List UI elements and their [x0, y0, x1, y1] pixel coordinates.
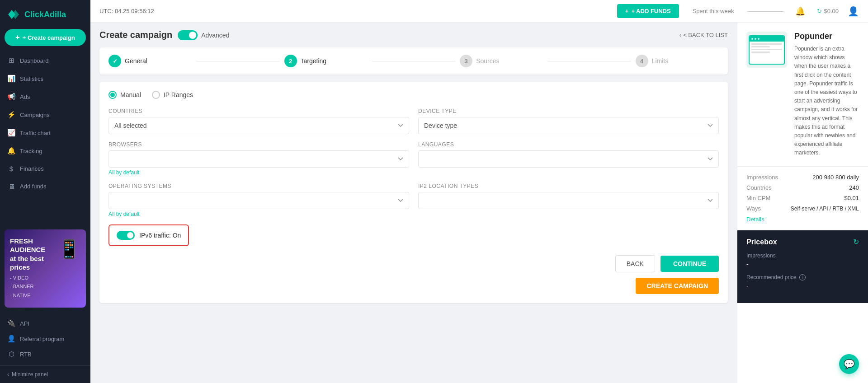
user-icon[interactable]: 👤 [848, 6, 859, 17]
os-ip2-row: Operating systems All by default IP2 loc… [108, 183, 719, 217]
refresh-icon: ↻ [817, 8, 822, 14]
languages-select[interactable] [418, 150, 719, 168]
manual-radio[interactable]: Manual [108, 91, 141, 99]
sidebar-item-add-funds[interactable]: 🖥 Add funds [0, 177, 90, 195]
sidebar-item-dashboard[interactable]: ⊞ Dashboard [0, 51, 90, 70]
sidebar-item-api[interactable]: 🔌 API [7, 316, 83, 331]
form-header: Create campaign Advanced ‹ < BACK TO LIS… [99, 30, 728, 40]
continue-button[interactable]: CONTINUE [660, 256, 719, 272]
stat-impressions: Impressions 200 940 800 daily [746, 174, 859, 181]
sidebar-item-finances[interactable]: $ Finances [0, 160, 90, 177]
pricebox-refresh-icon[interactable]: ↻ [853, 238, 859, 246]
browser-bar [750, 36, 784, 42]
advanced-toggle[interactable]: Advanced [178, 30, 229, 40]
popunder-info: Popunder Popunder is an extra window whi… [794, 32, 859, 157]
sidebar-item-traffic-chart[interactable]: 📈 Traffic chart [0, 124, 90, 142]
os-select[interactable] [108, 192, 409, 209]
step-targeting: 2 Targeting [284, 55, 368, 67]
languages-label: Languages [418, 141, 719, 148]
notification-bell-icon[interactable]: 🔔 [795, 6, 805, 16]
balance-display: ↻ $0.00 [817, 8, 839, 14]
create-campaign-button[interactable]: + + Create campaign [5, 29, 86, 46]
manual-radio-circle [108, 91, 117, 99]
page-title: Create campaign [99, 30, 172, 40]
chevron-left-icon: ‹ [7, 371, 9, 378]
plus-icon: + [625, 8, 629, 14]
chat-icon: 💬 [844, 359, 855, 369]
details-link[interactable]: Details [746, 216, 764, 223]
form-title-row: Create campaign Advanced [99, 30, 229, 40]
sidebar-item-campaigns[interactable]: ⚡ Campaigns [0, 106, 90, 124]
browsers-languages-row: Browsers All by default Languages [108, 141, 719, 176]
browsers-hint: All by default [108, 169, 409, 176]
ipv6-toggle[interactable] [117, 231, 135, 240]
pricebox-title: Pricebox [746, 238, 777, 246]
sidebar-item-rtb[interactable]: ⬡ RTB [7, 346, 83, 362]
pricebox: Pricebox ↻ Impressions - Recommended pri… [737, 230, 868, 303]
pricebox-impressions-label: Impressions [746, 252, 859, 259]
device-type-group: Device type Device type [418, 108, 719, 134]
content-area: Create campaign Advanced ‹ < BACK TO LIS… [90, 23, 868, 383]
header: UTC: 04.25 09:56:12 + + ADD FUNDS Spent … [90, 0, 868, 23]
step-general: ✓ General [108, 55, 192, 67]
browsers-select[interactable] [108, 150, 409, 168]
ad-banner: FRESH AUDIENCE at the best prices - VIDE… [5, 229, 86, 308]
stat-min-cpm: Min CPM $0.01 [746, 195, 859, 201]
chevron-left-icon: ‹ [679, 32, 681, 38]
countries-group: Countries All selected [108, 108, 409, 134]
step-line-1 [196, 61, 279, 61]
add-funds-button[interactable]: + + ADD FUNDS [617, 4, 679, 18]
countries-select[interactable]: All selected [108, 117, 409, 134]
pricebox-impressions-value: - [746, 261, 859, 268]
sidebar-item-statistics[interactable]: 📊 Statistics [0, 70, 90, 88]
browsers-group: Browsers All by default [108, 141, 409, 176]
minimize-panel-button[interactable]: ‹ Minimize panel [0, 365, 90, 383]
banner-tags: - VIDEO- BANNER- NATIVE [10, 274, 58, 300]
rtb-icon: ⬡ [7, 350, 15, 358]
traffic-chart-icon: 📈 [7, 129, 15, 137]
back-to-list-link[interactable]: ‹ < BACK TO LIST [679, 32, 728, 38]
steps-bar: ✓ General 2 Targeting 3 Sources 4 Limits [99, 47, 728, 75]
back-button[interactable]: BACK [615, 255, 655, 272]
step-sources-label: Sources [476, 57, 499, 65]
right-panel: Popunder Popunder is an extra window whi… [737, 23, 868, 383]
step-line-3 [547, 61, 631, 61]
browser-mockup [749, 35, 785, 65]
os-group: Operating systems All by default [108, 183, 409, 217]
spent-label: Spent this week [693, 8, 734, 14]
main-area: UTC: 04.25 09:56:12 + + ADD FUNDS Spent … [90, 0, 868, 383]
browsers-label: Browsers [108, 141, 409, 148]
create-campaign-submit-button[interactable]: CREATE CAMPAIGN [636, 278, 719, 294]
ipv6-text: IPv6 traffic: On [139, 232, 181, 239]
step-line-2 [372, 61, 455, 61]
sidebar-item-referral[interactable]: 👤 Referral program [7, 331, 83, 346]
manual-label: Manual [120, 91, 141, 98]
countries-label: Countries [108, 108, 409, 114]
advanced-switch[interactable] [178, 30, 198, 40]
referral-icon: 👤 [7, 335, 15, 343]
languages-group: Languages [418, 141, 719, 176]
dashboard-icon: ⊞ [7, 56, 15, 65]
sidebar: ClickAdilla + + Create campaign ⊞ Dashbo… [0, 0, 90, 383]
step-general-circle: ✓ [108, 55, 121, 67]
form-area: Create campaign Advanced ‹ < BACK TO LIS… [90, 23, 737, 383]
countries-device-row: Countries All selected Device type Devic… [108, 108, 719, 134]
device-type-select[interactable]: Device type [418, 117, 719, 134]
sidebar-item-tracking[interactable]: 🔔 Tracking [0, 142, 90, 160]
stat-countries: Countries 240 [746, 184, 859, 191]
spent-amount [747, 10, 783, 12]
ip2-select[interactable] [418, 192, 719, 209]
sidebar-item-ads[interactable]: 📢 Ads [0, 88, 90, 106]
popunder-preview-image [746, 32, 787, 68]
stat-ways: Ways Self-serve / API / RTB / XML [746, 205, 859, 212]
step-limits-circle: 4 [636, 55, 648, 67]
chat-button[interactable]: 💬 [839, 354, 859, 374]
banner-title: FRESH AUDIENCE at the best prices [10, 237, 58, 272]
ip-ranges-radio-circle [152, 91, 160, 99]
ip2-label: IP2 location types [418, 183, 719, 189]
finances-icon: $ [7, 165, 15, 173]
pricebox-rec-label: Recommended price i [746, 274, 859, 280]
logo: ClickAdilla [0, 0, 90, 29]
ip-ranges-radio[interactable]: IP Ranges [152, 91, 193, 99]
step-sources: 3 Sources [460, 55, 543, 67]
